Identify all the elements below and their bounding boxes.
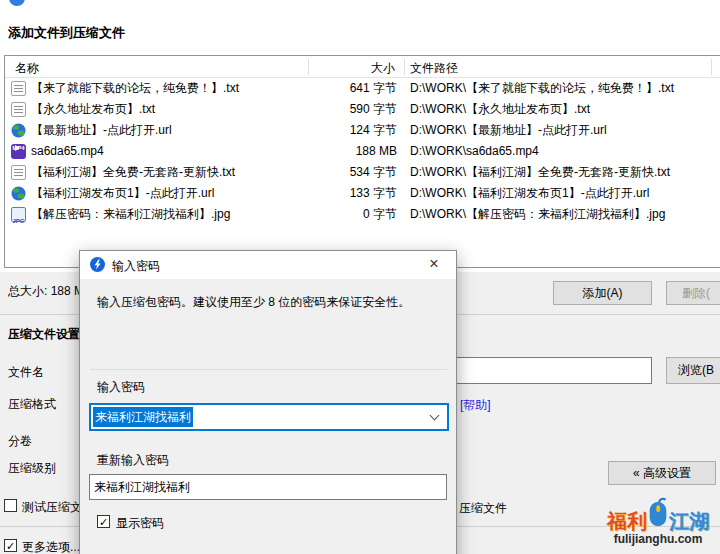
column-header-path[interactable]: 文件路径 bbox=[410, 60, 458, 77]
file-name: 【来了就能下载的论坛，纯免费！】.txt bbox=[31, 78, 239, 99]
help-link[interactable]: [帮助] bbox=[460, 397, 491, 414]
file-size: 133 字节 bbox=[305, 183, 397, 204]
txt-file-icon bbox=[11, 81, 26, 96]
right-checkbox-label-fragment: 压缩文件 bbox=[459, 500, 507, 517]
page-title: 添加文件到压缩文件 bbox=[8, 24, 125, 42]
dialog-message: 输入压缩包密码。建议使用至少 8 位的密码来保证安全性。 bbox=[97, 294, 442, 310]
dialog-titlebar: 输入密码 × bbox=[80, 251, 456, 279]
file-name: 【最新地址】-点此打开.url bbox=[31, 120, 172, 141]
add-button[interactable]: 添加(A) bbox=[553, 281, 652, 305]
column-header-size[interactable]: 大小 bbox=[309, 60, 395, 77]
password-combobox[interactable]: 来福利江湖找福利 bbox=[89, 403, 449, 431]
table-row[interactable]: 【来了就能下载的论坛，纯免费！】.txt 641 字节 D:\WORK\【来了就… bbox=[5, 78, 720, 99]
logo-text-jianghu: 江湖 bbox=[669, 511, 709, 531]
archiver-app-icon bbox=[90, 257, 105, 275]
column-divider bbox=[404, 59, 405, 75]
file-path: D:\WORK\【福利江湖】全免费-无套路-更新快.txt bbox=[410, 162, 670, 183]
show-password-label: 显示密码 bbox=[116, 515, 164, 532]
level-label: 压缩级别 bbox=[8, 460, 56, 477]
password-label: 输入密码 bbox=[97, 379, 145, 396]
file-size: 641 字节 bbox=[305, 78, 397, 99]
table-row[interactable]: 【永久地址发布页】.txt 590 字节 D:\WORK\【永久地址发布页】.t… bbox=[5, 99, 720, 120]
delete-button[interactable]: 删除( bbox=[666, 281, 720, 305]
logo-domain: fulijianghu.com bbox=[596, 532, 720, 546]
txt-file-icon bbox=[11, 165, 26, 180]
column-divider bbox=[711, 59, 712, 75]
show-password-checkbox[interactable]: ✓ bbox=[97, 515, 110, 528]
more-options-checkbox[interactable]: ✓ bbox=[4, 539, 17, 552]
test-archive-checkbox[interactable] bbox=[4, 499, 17, 512]
logo-text-fuli: 福利 bbox=[607, 511, 647, 531]
advanced-settings-button[interactable]: « 高级设置 bbox=[608, 461, 716, 485]
globe-icon bbox=[11, 186, 26, 201]
confirm-password-label: 重新输入密码 bbox=[97, 452, 169, 469]
file-path: D:\WORK\【解压密码：来福利江湖找福利】.jpg bbox=[410, 204, 665, 225]
list-header: 名称 大小 文件路径 bbox=[5, 56, 720, 78]
file-size: 0 字节 bbox=[305, 204, 397, 225]
more-options-label: 更多选项... bbox=[22, 539, 80, 554]
file-name: 【永久地址发布页】.txt bbox=[31, 99, 155, 120]
confirm-password-input[interactable]: 来福利江湖找福利 bbox=[89, 474, 447, 500]
format-label: 压缩格式 bbox=[8, 396, 56, 413]
file-size: 590 字节 bbox=[305, 99, 397, 120]
table-row[interactable]: JPG 【解压密码：来福利江湖找福利】.jpg 0 字节 D:\WORK\【解压… bbox=[5, 204, 720, 225]
file-path: D:\WORK\【福利江湖发布页1】-点此打开.url bbox=[410, 183, 649, 204]
divider bbox=[90, 369, 447, 370]
table-row[interactable]: MP4 sa6da65.mp4 188 MB D:\WORK\sa6da65.m… bbox=[5, 141, 720, 162]
close-icon[interactable]: × bbox=[412, 251, 456, 279]
txt-file-icon bbox=[11, 102, 26, 117]
file-size: 124 字节 bbox=[305, 120, 397, 141]
archive-settings-header: 压缩文件设置 bbox=[8, 326, 80, 343]
table-row[interactable]: 【福利江湖】全免费-无套路-更新快.txt 534 字节 D:\WORK\【福利… bbox=[5, 162, 720, 183]
file-name: 【福利江湖】全免费-无套路-更新快.txt bbox=[31, 162, 235, 183]
table-row[interactable]: 【福利江湖发布页1】-点此打开.url 133 字节 D:\WORK\【福利江湖… bbox=[5, 183, 720, 204]
file-path: D:\WORK\sa6da65.mp4 bbox=[410, 141, 539, 162]
jpg-file-icon: JPG bbox=[11, 207, 26, 222]
watermark-logo: 福利 江湖 fulijianghu.com bbox=[596, 497, 720, 546]
globe-icon bbox=[11, 123, 26, 138]
file-size: 188 MB bbox=[305, 141, 397, 162]
file-path: D:\WORK\【永久地址发布页】.txt bbox=[410, 99, 590, 120]
volume-label: 分卷 bbox=[8, 433, 32, 450]
file-size: 534 字节 bbox=[305, 162, 397, 183]
password-dialog: 输入密码 × 输入压缩包密码。建议使用至少 8 位的密码来保证安全性。 输入密码… bbox=[79, 250, 457, 554]
mouse-icon bbox=[648, 496, 668, 531]
filename-label: 文件名 bbox=[8, 364, 44, 381]
column-divider bbox=[308, 59, 309, 75]
mp4-file-icon: MP4 bbox=[11, 144, 26, 159]
dialog-title: 输入密码 bbox=[112, 258, 160, 275]
file-path: D:\WORK\【来了就能下载的论坛，纯免费！】.txt bbox=[410, 78, 674, 99]
file-path: D:\WORK\【最新地址】-点此打开.url bbox=[410, 120, 607, 141]
file-name: 【福利江湖发布页1】-点此打开.url bbox=[31, 183, 214, 204]
browse-button[interactable]: 浏览(B bbox=[666, 357, 720, 384]
file-name: 【解压密码：来福利江湖找福利】.jpg bbox=[31, 204, 230, 225]
chevron-down-icon[interactable] bbox=[430, 411, 440, 421]
file-name: sa6da65.mp4 bbox=[31, 141, 104, 162]
total-size-label: 总大小: 188 M bbox=[8, 283, 84, 300]
password-value-selected: 来福利江湖找福利 bbox=[93, 407, 193, 427]
column-header-name[interactable]: 名称 bbox=[15, 60, 39, 77]
table-row[interactable]: 【最新地址】-点此打开.url 124 字节 D:\WORK\【最新地址】-点此… bbox=[5, 120, 720, 141]
file-list: 名称 大小 文件路径 【来了就能下载的论坛，纯免费！】.txt 641 字节 D… bbox=[4, 55, 720, 268]
